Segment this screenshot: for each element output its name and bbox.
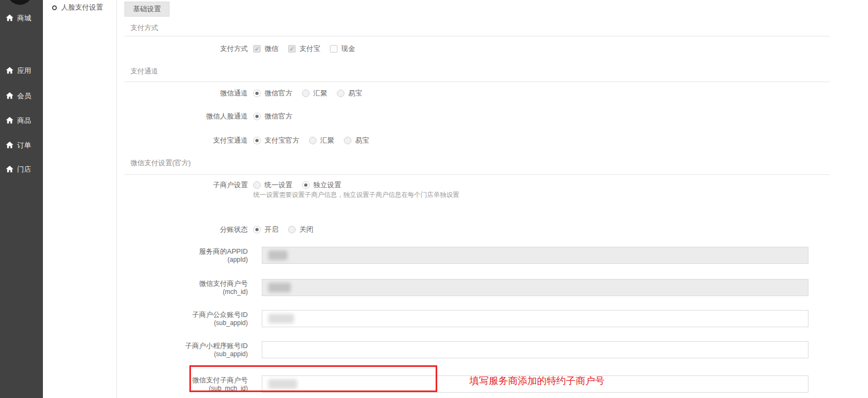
checkbox-label: 支付宝: [299, 43, 320, 54]
section-divider: [124, 82, 830, 82]
form-row-appid: 服务商的APPID (appId): [124, 247, 868, 264]
radio-selected-icon: [253, 226, 261, 233]
radio-unselected-icon: [344, 137, 351, 144]
sub-merchant-mode-hint: 统一设置需要设置子商户信息，独立设置子商户信息在每个门店单独设置: [253, 190, 868, 199]
home-icon: [6, 142, 13, 149]
radio-label: 独立设置: [313, 180, 341, 190]
home-icon: [6, 117, 13, 124]
field-sublabel: (sub_appid): [124, 319, 248, 327]
field-label: 子商户公众账号ID: [124, 310, 248, 319]
field-sublabel: (mch_id): [124, 288, 248, 296]
checkbox-label: 微信: [264, 43, 278, 54]
checkbox-wechat[interactable]: ✓ 微信: [253, 43, 278, 54]
home-icon: [6, 67, 13, 74]
field-label: 微信支付商户号: [124, 279, 248, 288]
annotation-text: 填写服务商添加的特约子商户号: [469, 374, 605, 387]
radio-label: 统一设置: [264, 180, 292, 190]
checkbox-label: 现金: [341, 43, 355, 54]
sidebar-item-label: 门店: [17, 165, 31, 174]
section-title-wechat-official: 微信支付设置(官方): [124, 159, 868, 167]
field-label: 微信通道: [124, 88, 248, 99]
form-row-sub-appid: 子商户公众账号ID (sub_appid): [124, 310, 868, 327]
radio-alipay-official[interactable]: 支付宝官方: [253, 135, 299, 146]
radio-label: 微信官方: [264, 111, 292, 122]
sidebar-item-label: 商品: [17, 116, 31, 126]
radio-label: 支付宝官方: [264, 135, 299, 146]
checkbox-cash[interactable]: ✓ 现金: [330, 43, 355, 54]
sidebar-item-label: 应用: [17, 66, 31, 76]
home-icon: [6, 166, 13, 173]
radio-yibao-alipay[interactable]: 易宝: [344, 135, 369, 146]
radio-unselected-icon: [302, 90, 310, 97]
radio-selected-icon: [253, 90, 261, 97]
sub-appid-input[interactable]: [262, 310, 808, 327]
sidebar-item-label: 会员: [17, 91, 31, 101]
form-row-pay-method: 支付方式 ✓ 微信 ✓ 支付宝 ✓ 现金: [124, 43, 868, 54]
radio-wechat-official[interactable]: 微信官方: [253, 88, 292, 99]
sidebar-item-apps[interactable]: 应用: [0, 65, 43, 76]
radio-huiju-alipay[interactable]: 汇聚: [309, 135, 334, 146]
field-label: 支付宝通道: [124, 135, 248, 146]
radio-split-off[interactable]: 关闭: [288, 224, 313, 235]
field-sublabel: (appId): [124, 256, 248, 264]
radio-unselected-icon: [253, 181, 261, 189]
circle-icon: [52, 5, 57, 10]
form-row-alipay-channel: 支付宝通道 支付宝官方 汇聚 易宝: [124, 135, 868, 146]
radio-label: 开启: [264, 224, 278, 235]
sub-sidebar: 人脸支付设置: [43, 0, 117, 398]
field-label: 服务商的APPID: [124, 247, 248, 256]
sidebar-item-members[interactable]: 会员: [0, 91, 43, 101]
content-area: 基础设置 支付方式 支付方式 ✓ 微信 ✓ 支付宝 ✓ 现金 支付通道 微信通道: [117, 0, 868, 398]
radio-unselected-icon: [288, 226, 296, 233]
submenu-item-label: 人脸支付设置: [61, 3, 103, 12]
form-row-split-status: 分账状态 开启 关闭: [124, 224, 868, 235]
field-label: 子商户设置: [124, 180, 248, 190]
field-label: 微信支付子商户号: [124, 375, 248, 385]
radio-unselected-icon: [309, 137, 317, 144]
submenu-item-face-payment-settings[interactable]: 人脸支付设置: [43, 0, 116, 12]
section-title-pay-channel: 支付通道: [124, 67, 868, 76]
home-icon: [6, 92, 13, 99]
radio-label: 微信官方: [264, 88, 292, 99]
field-sublabel: (sub_mch_id): [124, 385, 248, 393]
radio-split-on[interactable]: 开启: [253, 224, 278, 235]
checkbox-checked-icon: ✓: [288, 45, 296, 53]
tab-basic-settings[interactable]: 基础设置: [124, 2, 170, 17]
form-row-wechat-face-channel: 微信人脸通道 微信官方: [124, 111, 868, 122]
sidebar-item-label: 商城: [17, 13, 31, 23]
radio-huiju[interactable]: 汇聚: [302, 88, 327, 99]
radio-selected-icon: [302, 181, 310, 189]
main-nav: 商城 应用 会员 商品 订单 门店: [0, 13, 43, 174]
form-row-sub-miniprogram-appid: 子商户小程序账号ID (sub_appid): [124, 341, 868, 358]
main-sidebar: 商城 应用 会员 商品 订单 门店: [0, 0, 43, 398]
sidebar-item-mall[interactable]: 商城: [0, 13, 43, 23]
section-title-pay-method: 支付方式: [124, 24, 868, 32]
form-row-sub-merchant-mode: 子商户设置 统一设置 独立设置: [124, 180, 868, 190]
radio-label: 易宝: [348, 88, 362, 99]
sidebar-item-goods[interactable]: 商品: [0, 115, 43, 126]
home-icon: [6, 14, 13, 21]
sidebar-item-label: 订单: [17, 141, 31, 150]
radio-wechat-official-face[interactable]: 微信官方: [253, 111, 292, 122]
radio-label: 汇聚: [320, 135, 334, 146]
sidebar-item-orders[interactable]: 订单: [0, 140, 43, 150]
checkbox-unchecked-icon: ✓: [330, 45, 337, 53]
field-sublabel: (sub_appid): [124, 350, 248, 358]
radio-independent-setting[interactable]: 独立设置: [302, 180, 341, 190]
radio-label: 汇聚: [313, 88, 327, 99]
checkbox-alipay[interactable]: ✓ 支付宝: [288, 43, 320, 54]
section-divider: [124, 36, 830, 36]
field-label: 支付方式: [124, 43, 248, 54]
radio-unselected-icon: [337, 90, 344, 97]
field-label: 子商户小程序账号ID: [124, 341, 248, 350]
mch-id-input: [262, 279, 808, 296]
field-label: 分账状态: [124, 224, 248, 235]
radio-label: 关闭: [299, 224, 313, 235]
radio-selected-icon: [253, 137, 261, 144]
radio-yibao[interactable]: 易宝: [337, 88, 362, 99]
sidebar-item-stores[interactable]: 门店: [0, 164, 43, 174]
radio-unified-setting[interactable]: 统一设置: [253, 180, 292, 190]
radio-selected-icon: [253, 113, 261, 120]
sub-miniprogram-appid-input[interactable]: [262, 341, 808, 358]
avatar[interactable]: [8, 0, 32, 5]
